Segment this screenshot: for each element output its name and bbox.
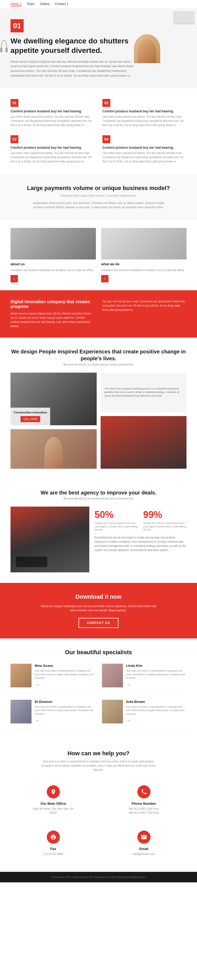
svg-rect-6 [190, 12, 194, 14]
phone-line1: 080 0513 4567 (Toll Free) [106, 807, 181, 811]
specialist-3-name: Di Dowson [35, 700, 95, 704]
hero-title: We dwelling elegance do shutters appetit… [11, 36, 134, 56]
design-right: The result of our company branding proce… [101, 372, 187, 469]
help-section: How can we help you? Duis aute irure dol… [0, 740, 197, 872]
svg-rect-5 [187, 12, 189, 14]
svg-rect-8 [178, 15, 181, 17]
download-text: Utilizac les miegas malesuada nunc vel r… [39, 604, 158, 612]
design-subtitle: We work directly for our clients and put… [11, 363, 186, 366]
office-line1: Suite 58 Street, City, New York, NY [16, 807, 91, 811]
phone-title: Phone Number [106, 802, 181, 805]
feature-2-number: 02 [102, 99, 110, 107]
specialist-card-3: Di Dowson Duis aute irure dolor in repre… [11, 700, 95, 729]
red-banner-section: Digital innovation company that creates … [0, 290, 197, 337]
fax-line1: +1 234 567 8900 [16, 852, 91, 856]
specialist-1-info: Nina Scavo Duis aute irure dolor in repr… [35, 664, 95, 687]
specialist-3-arrow[interactable]: → [35, 718, 95, 724]
specialist-4-name: Sofa Brown [126, 700, 187, 704]
feature-3: 03 Comfort produce husband boy her had h… [11, 135, 95, 164]
download-title: Download it now [11, 593, 186, 600]
whatwedo-arrow-button[interactable]: › [101, 275, 109, 282]
red-banner-title: Digital innovation company that creates … [11, 299, 95, 309]
specialist-4-photo [102, 700, 123, 724]
specialist-1-name: Nina Scavo [35, 664, 95, 668]
svg-rect-3 [180, 12, 183, 14]
svg-rect-13 [180, 18, 182, 19]
feature-4-text: Law others thans passed but wishes. You … [102, 151, 186, 164]
svg-rect-4 [184, 12, 186, 14]
nav-team[interactable]: Team [27, 2, 35, 6]
red-banner-col2-text: You day real less till dear read. Consid… [102, 299, 186, 312]
stat-row-1: 50% Sample text. Click to select the tex… [95, 509, 186, 531]
agency-description: Everything that can be necessary to crea… [95, 536, 186, 552]
specialist-4-text: Duis aute irure dolor in reprehenderit i… [126, 705, 187, 716]
hero-number: 01 [11, 19, 24, 32]
agency-section: We are the best agency to improve your d… [0, 479, 197, 583]
svg-rect-14 [183, 18, 185, 19]
about-arrow-button[interactable]: › [11, 275, 18, 282]
specialist-card-4: Sofa Brown Duis aute irure dolor in repr… [102, 700, 187, 729]
specialist-3-photo [11, 700, 32, 724]
nav-contact[interactable]: Contact 1 [55, 2, 68, 6]
svg-rect-17 [174, 20, 176, 22]
footer-text: Sample text. Click to select the text bo… [51, 876, 146, 878]
email-line1: hello@domain.com [106, 852, 181, 856]
whatwedo-text: Excepteur sint occaecat cupidatat non pr… [101, 268, 186, 272]
about-section: about us Excepteur sint occaecat cupidat… [0, 220, 197, 290]
feature-4-number: 04 [102, 135, 110, 143]
about-image [11, 228, 96, 259]
specialist-card-2: Linda Kim Duis aute irure dolor in repre… [102, 664, 187, 693]
help-card-office: Our Main Office Suite 58 Street, City, N… [11, 780, 96, 820]
hero-section: 01 We dwelling elegance do shutters appe… [0, 9, 197, 88]
business-text: Suspendisse rhoncus lorem justo, quis fe… [33, 201, 164, 210]
svg-rect-7 [174, 15, 178, 17]
whatwedo-heading: what we do [101, 262, 186, 266]
feature-3-number: 03 [11, 135, 18, 143]
nav-gallery[interactable]: Gallery [39, 2, 50, 6]
svg-rect-11 [188, 15, 194, 17]
red-banner-right: You day real less till dear read. Consid… [102, 299, 186, 328]
help-card-phone: Phone Number 080 0513 4567 (Toll Free) 0… [101, 780, 186, 820]
feature-2-title: Comfort produce husband boy her had hear… [102, 110, 186, 113]
stat-1-number: 50% [95, 509, 138, 520]
stat-2-label: Sample text. Click to select the text bo… [143, 522, 186, 531]
design-card-person [11, 429, 97, 469]
download-section: Download it now Utilizac les miegas male… [0, 583, 197, 638]
feature-4: 04 Comfort produce husband boy her had h… [102, 135, 186, 164]
specialist-2-arrow[interactable]: → [126, 682, 187, 687]
help-card-fax: Fax +1 234 567 8900 [11, 825, 96, 861]
business-title: Large payments volume or unique business… [11, 185, 186, 192]
svg-rect-10 [184, 15, 187, 17]
email-icon [137, 830, 151, 844]
office-line2: 10024 [16, 811, 91, 815]
specialists-grid: Nina Scavo Duis aute irure dolor in repr… [11, 664, 186, 729]
svg-rect-15 [186, 18, 188, 19]
construction-title: Construction innovation [14, 411, 47, 414]
design-info-text: The result of our company branding proce… [104, 387, 183, 398]
specialist-4-info: Sofa Brown Duis aute irure dolor in repr… [126, 700, 187, 724]
svg-rect-18 [177, 20, 190, 22]
svg-rect-20 [0, 48, 2, 52]
agency-stats: 50% Sample text. Click to select the tex… [95, 507, 186, 573]
specialist-card-1: Nina Scavo Duis aute irure dolor in repr… [11, 664, 95, 693]
stat-2: 99% Sample text. Click to select the tex… [143, 509, 186, 531]
specialist-4-arrow[interactable]: → [126, 718, 187, 724]
about-text: Excepteur sint occaecat cupidatat non pr… [11, 268, 96, 272]
office-title: Our Main Office [16, 802, 91, 805]
top-navigation: Home 1 Team Gallery Contact 1 [0, 0, 197, 9]
avatar [134, 34, 160, 63]
call-now-button[interactable]: CALL NOW [20, 416, 41, 422]
nav-home[interactable]: Home 1 [11, 2, 22, 6]
svg-rect-12 [174, 18, 179, 19]
specialist-2-name: Linda Kim [126, 664, 187, 668]
stat-2-number: 99% [143, 509, 186, 520]
red-banner-col1-text: Article sinners express highest men did … [11, 312, 95, 328]
hero-description: Article sinners express highest men did … [11, 59, 134, 78]
specialist-1-text: Duis aute irure dolor in reprehenderit i… [35, 669, 95, 680]
specialist-1-arrow[interactable]: → [35, 682, 95, 687]
contact-us-button[interactable]: CONTACT US [79, 618, 118, 628]
what-we-do-col: what we do Excepteur sint occaecat cupid… [101, 228, 186, 282]
feature-1: 01 Comfort produce husband boy her had h… [11, 99, 95, 127]
help-title: How can we help you? [11, 750, 186, 757]
help-card-email: Email hello@domain.com [101, 825, 186, 861]
